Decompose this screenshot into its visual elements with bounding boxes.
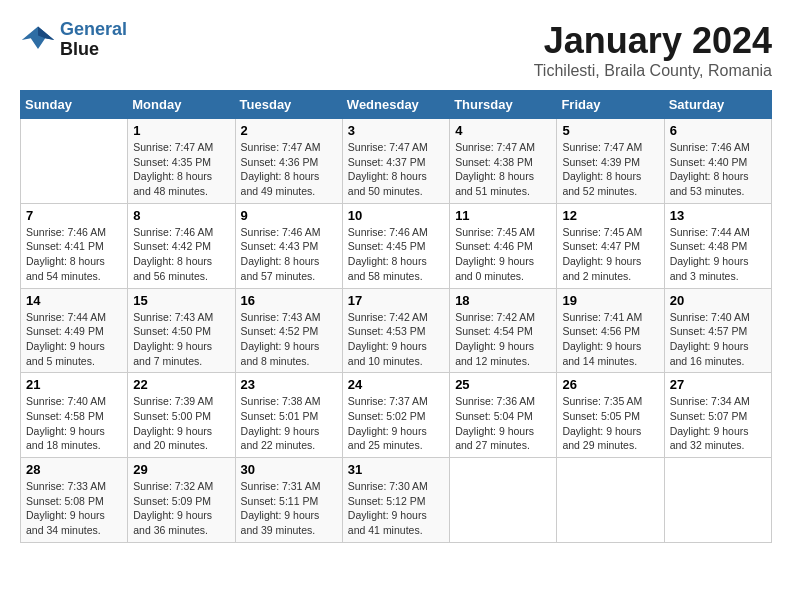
day-number: 3 (348, 123, 444, 138)
calendar-cell (557, 458, 664, 543)
day-number: 12 (562, 208, 658, 223)
day-info: Sunrise: 7:47 AMSunset: 4:36 PMDaylight:… (241, 140, 337, 199)
calendar-week-2: 14Sunrise: 7:44 AMSunset: 4:49 PMDayligh… (21, 288, 772, 373)
day-info: Sunrise: 7:46 AMSunset: 4:45 PMDaylight:… (348, 225, 444, 284)
calendar-cell: 27Sunrise: 7:34 AMSunset: 5:07 PMDayligh… (664, 373, 771, 458)
day-number: 21 (26, 377, 122, 392)
day-number: 13 (670, 208, 766, 223)
day-number: 28 (26, 462, 122, 477)
day-info: Sunrise: 7:46 AMSunset: 4:43 PMDaylight:… (241, 225, 337, 284)
calendar-cell: 29Sunrise: 7:32 AMSunset: 5:09 PMDayligh… (128, 458, 235, 543)
calendar-cell: 6Sunrise: 7:46 AMSunset: 4:40 PMDaylight… (664, 119, 771, 204)
day-info: Sunrise: 7:36 AMSunset: 5:04 PMDaylight:… (455, 394, 551, 453)
day-info: Sunrise: 7:30 AMSunset: 5:12 PMDaylight:… (348, 479, 444, 538)
day-number: 11 (455, 208, 551, 223)
day-number: 22 (133, 377, 229, 392)
header-sunday: Sunday (21, 91, 128, 119)
calendar-cell: 7Sunrise: 7:46 AMSunset: 4:41 PMDaylight… (21, 203, 128, 288)
calendar-cell: 10Sunrise: 7:46 AMSunset: 4:45 PMDayligh… (342, 203, 449, 288)
calendar-week-4: 28Sunrise: 7:33 AMSunset: 5:08 PMDayligh… (21, 458, 772, 543)
calendar-cell: 13Sunrise: 7:44 AMSunset: 4:48 PMDayligh… (664, 203, 771, 288)
day-number: 17 (348, 293, 444, 308)
day-number: 6 (670, 123, 766, 138)
day-info: Sunrise: 7:37 AMSunset: 5:02 PMDaylight:… (348, 394, 444, 453)
day-info: Sunrise: 7:41 AMSunset: 4:56 PMDaylight:… (562, 310, 658, 369)
calendar-week-0: 1Sunrise: 7:47 AMSunset: 4:35 PMDaylight… (21, 119, 772, 204)
day-number: 1 (133, 123, 229, 138)
calendar-cell: 11Sunrise: 7:45 AMSunset: 4:46 PMDayligh… (450, 203, 557, 288)
day-info: Sunrise: 7:42 AMSunset: 4:53 PMDaylight:… (348, 310, 444, 369)
calendar-cell: 23Sunrise: 7:38 AMSunset: 5:01 PMDayligh… (235, 373, 342, 458)
day-number: 8 (133, 208, 229, 223)
day-info: Sunrise: 7:32 AMSunset: 5:09 PMDaylight:… (133, 479, 229, 538)
header-friday: Friday (557, 91, 664, 119)
logo-bird-icon (20, 22, 56, 58)
calendar-cell: 14Sunrise: 7:44 AMSunset: 4:49 PMDayligh… (21, 288, 128, 373)
day-number: 7 (26, 208, 122, 223)
calendar-cell: 9Sunrise: 7:46 AMSunset: 4:43 PMDaylight… (235, 203, 342, 288)
day-info: Sunrise: 7:31 AMSunset: 5:11 PMDaylight:… (241, 479, 337, 538)
day-number: 25 (455, 377, 551, 392)
calendar-cell (21, 119, 128, 204)
calendar-cell: 20Sunrise: 7:40 AMSunset: 4:57 PMDayligh… (664, 288, 771, 373)
calendar-table: SundayMondayTuesdayWednesdayThursdayFrid… (20, 90, 772, 543)
calendar-cell: 18Sunrise: 7:42 AMSunset: 4:54 PMDayligh… (450, 288, 557, 373)
calendar-cell: 1Sunrise: 7:47 AMSunset: 4:35 PMDaylight… (128, 119, 235, 204)
day-number: 14 (26, 293, 122, 308)
day-info: Sunrise: 7:33 AMSunset: 5:08 PMDaylight:… (26, 479, 122, 538)
day-number: 9 (241, 208, 337, 223)
day-info: Sunrise: 7:43 AMSunset: 4:50 PMDaylight:… (133, 310, 229, 369)
day-info: Sunrise: 7:34 AMSunset: 5:07 PMDaylight:… (670, 394, 766, 453)
calendar-cell: 16Sunrise: 7:43 AMSunset: 4:52 PMDayligh… (235, 288, 342, 373)
calendar-cell: 5Sunrise: 7:47 AMSunset: 4:39 PMDaylight… (557, 119, 664, 204)
day-number: 18 (455, 293, 551, 308)
day-number: 2 (241, 123, 337, 138)
calendar-cell: 4Sunrise: 7:47 AMSunset: 4:38 PMDaylight… (450, 119, 557, 204)
day-info: Sunrise: 7:47 AMSunset: 4:39 PMDaylight:… (562, 140, 658, 199)
day-number: 31 (348, 462, 444, 477)
day-info: Sunrise: 7:40 AMSunset: 4:57 PMDaylight:… (670, 310, 766, 369)
day-number: 27 (670, 377, 766, 392)
calendar-cell: 28Sunrise: 7:33 AMSunset: 5:08 PMDayligh… (21, 458, 128, 543)
logo-text: General Blue (60, 20, 127, 60)
calendar-cell: 31Sunrise: 7:30 AMSunset: 5:12 PMDayligh… (342, 458, 449, 543)
day-number: 30 (241, 462, 337, 477)
day-info: Sunrise: 7:38 AMSunset: 5:01 PMDaylight:… (241, 394, 337, 453)
day-number: 24 (348, 377, 444, 392)
header-tuesday: Tuesday (235, 91, 342, 119)
day-info: Sunrise: 7:44 AMSunset: 4:49 PMDaylight:… (26, 310, 122, 369)
calendar-cell: 15Sunrise: 7:43 AMSunset: 4:50 PMDayligh… (128, 288, 235, 373)
main-title: January 2024 (534, 20, 772, 62)
day-info: Sunrise: 7:43 AMSunset: 4:52 PMDaylight:… (241, 310, 337, 369)
calendar-cell: 21Sunrise: 7:40 AMSunset: 4:58 PMDayligh… (21, 373, 128, 458)
day-info: Sunrise: 7:45 AMSunset: 4:46 PMDaylight:… (455, 225, 551, 284)
day-number: 23 (241, 377, 337, 392)
day-number: 10 (348, 208, 444, 223)
calendar-cell: 30Sunrise: 7:31 AMSunset: 5:11 PMDayligh… (235, 458, 342, 543)
subtitle: Tichilesti, Braila County, Romania (534, 62, 772, 80)
day-info: Sunrise: 7:46 AMSunset: 4:42 PMDaylight:… (133, 225, 229, 284)
title-block: January 2024 Tichilesti, Braila County, … (534, 20, 772, 80)
calendar-cell: 19Sunrise: 7:41 AMSunset: 4:56 PMDayligh… (557, 288, 664, 373)
header-saturday: Saturday (664, 91, 771, 119)
day-info: Sunrise: 7:39 AMSunset: 5:00 PMDaylight:… (133, 394, 229, 453)
day-info: Sunrise: 7:47 AMSunset: 4:37 PMDaylight:… (348, 140, 444, 199)
header-wednesday: Wednesday (342, 91, 449, 119)
day-info: Sunrise: 7:45 AMSunset: 4:47 PMDaylight:… (562, 225, 658, 284)
calendar-cell: 17Sunrise: 7:42 AMSunset: 4:53 PMDayligh… (342, 288, 449, 373)
page-header: General Blue January 2024 Tichilesti, Br… (20, 20, 772, 80)
day-info: Sunrise: 7:42 AMSunset: 4:54 PMDaylight:… (455, 310, 551, 369)
day-number: 5 (562, 123, 658, 138)
day-info: Sunrise: 7:47 AMSunset: 4:38 PMDaylight:… (455, 140, 551, 199)
calendar-cell: 24Sunrise: 7:37 AMSunset: 5:02 PMDayligh… (342, 373, 449, 458)
day-number: 29 (133, 462, 229, 477)
day-info: Sunrise: 7:46 AMSunset: 4:41 PMDaylight:… (26, 225, 122, 284)
day-number: 4 (455, 123, 551, 138)
day-info: Sunrise: 7:35 AMSunset: 5:05 PMDaylight:… (562, 394, 658, 453)
calendar-header-row: SundayMondayTuesdayWednesdayThursdayFrid… (21, 91, 772, 119)
day-info: Sunrise: 7:40 AMSunset: 4:58 PMDaylight:… (26, 394, 122, 453)
calendar-cell: 2Sunrise: 7:47 AMSunset: 4:36 PMDaylight… (235, 119, 342, 204)
day-info: Sunrise: 7:44 AMSunset: 4:48 PMDaylight:… (670, 225, 766, 284)
calendar-cell (450, 458, 557, 543)
day-number: 26 (562, 377, 658, 392)
